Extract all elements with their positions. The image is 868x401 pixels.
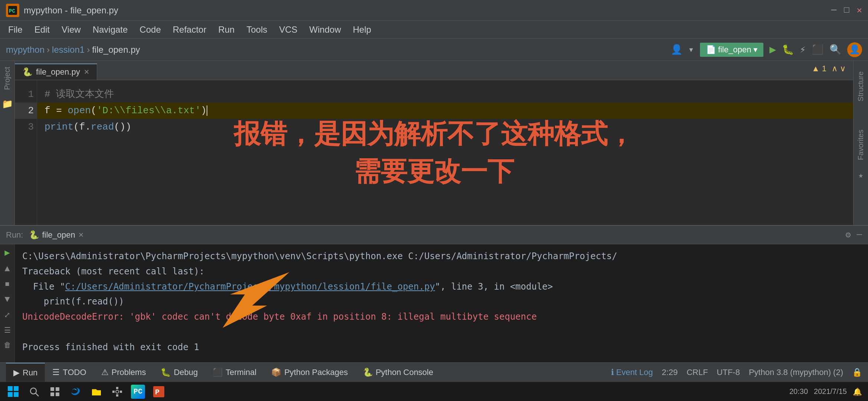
maximize-button[interactable]: □ — [844, 5, 849, 15]
scroll-down-button[interactable]: ▼ — [4, 294, 10, 304]
stop-button[interactable]: ⬛ — [812, 44, 823, 56]
status-tab-python-console[interactable]: 🐍 Python Console — [355, 363, 441, 382]
python-packages-label: Python Packages — [284, 368, 348, 377]
svg-line-8 — [36, 393, 39, 396]
settings-small-icon[interactable]: ☰ — [4, 326, 11, 335]
svg-rect-10 — [56, 387, 59, 391]
status-tab-debug[interactable]: 🐛 Debug — [153, 363, 205, 382]
edge-icon[interactable] — [68, 384, 83, 399]
project-icon[interactable]: 📁 — [2, 99, 13, 110]
restore-layout-button[interactable]: ⤢ — [4, 310, 10, 320]
avatar[interactable]: 👤 — [847, 42, 862, 57]
notification-icon[interactable]: 🔔 — [853, 387, 862, 396]
svg-rect-4 — [14, 386, 19, 391]
svg-text:P: P — [155, 388, 160, 397]
menu-view[interactable]: View — [56, 23, 86, 36]
menu-run[interactable]: Run — [213, 23, 240, 36]
breadcrumb-file[interactable]: file_open.py — [92, 45, 140, 55]
encoding: UTF-8 — [717, 368, 740, 377]
status-tab-run[interactable]: ▶ Run — [6, 363, 45, 382]
run-settings-icon[interactable]: ⚙ — [845, 229, 851, 240]
windows-start-button[interactable] — [6, 384, 21, 399]
run-config-button[interactable]: 📄 file_open ▾ — [700, 43, 763, 57]
menu-vcs[interactable]: VCS — [274, 23, 303, 36]
event-log-label[interactable]: ℹ Event Log — [611, 368, 653, 377]
eq-sign: = — [50, 102, 68, 119]
breadcrumb-sep1: › — [47, 45, 50, 55]
menu-tools[interactable]: Tools — [241, 23, 272, 36]
svg-rect-14 — [112, 391, 115, 393]
debug-button[interactable]: 🐛 — [782, 44, 794, 56]
todo-icon: ☰ — [52, 368, 60, 377]
code-line-2: f = open ( 'D:\\files\\a.txt' ) — [37, 102, 853, 119]
tab-file-open[interactable]: 🐍 file_open.py ✕ — [15, 63, 97, 80]
explorer-icon[interactable] — [89, 384, 104, 399]
svg-rect-9 — [50, 387, 54, 391]
run-minimize-icon[interactable]: ─ — [857, 230, 862, 240]
paren-open2: ( — [73, 119, 79, 135]
titlebar-controls[interactable]: ─ □ ✕ — [831, 5, 862, 16]
right-structure-panel[interactable]: Structure Favorites ★ — [853, 61, 868, 225]
stop-run-button[interactable]: ■ — [5, 280, 9, 288]
status-tab-problems[interactable]: ⚠ Problems — [94, 363, 154, 382]
titlebar-left: PC mypython - file_open.py — [6, 4, 118, 17]
func-print: print — [45, 119, 73, 135]
code-editor[interactable]: # 读取文本文件 f = open ( 'D:\\files\\a.txt' )… — [37, 80, 853, 225]
run-tab[interactable]: 🐍 file_open ✕ — [29, 230, 83, 240]
svg-rect-12 — [56, 392, 59, 396]
search-taskbar-icon[interactable] — [27, 384, 42, 399]
paren-open3: () — [114, 119, 125, 135]
breadcrumb: mypython › lession1 › file_open.py — [6, 45, 140, 55]
minimize-button[interactable]: ─ — [831, 5, 836, 15]
menu-refactor[interactable]: Refactor — [168, 23, 212, 36]
problems-icon: ⚠ — [101, 368, 109, 377]
interpreter[interactable]: Python 3.8 (mypython) (2) — [749, 368, 843, 377]
menu-help[interactable]: Help — [348, 23, 376, 36]
menu-code[interactable]: Code — [134, 23, 166, 36]
close-button[interactable]: ✕ — [857, 5, 862, 16]
pycharm-logo: PC — [131, 385, 145, 399]
traceback-link[interactable]: C:/Users/Administrator/PycharmProjects/m… — [65, 281, 435, 292]
run-button[interactable]: ▶ — [769, 43, 776, 56]
svg-rect-3 — [8, 386, 13, 391]
run-config-label: file_open ▾ — [718, 45, 757, 55]
func-read: read — [91, 119, 114, 135]
statusbar-right: ℹ Event Log 2:29 CRLF UTF-8 Python 3.8 (… — [611, 368, 862, 377]
breadcrumb-folder[interactable]: lession1 — [52, 45, 85, 55]
os-time: 20:30 — [789, 387, 808, 396]
settings-taskbar-icon[interactable] — [110, 384, 125, 399]
taskview-icon[interactable] — [47, 384, 62, 399]
run-panel: Run: 🐍 file_open ✕ ⚙ ─ ▶ ▲ ■ ▼ ⤢ ☰ 🗑 — [0, 225, 868, 362]
comment-text: # 读取文本文件 — [45, 86, 114, 102]
project-panel-strip[interactable]: Project 📁 — [0, 61, 15, 225]
pycharm-taskbar-icon[interactable]: PC — [131, 384, 145, 399]
menu-window[interactable]: Window — [304, 23, 346, 36]
status-tab-python-packages[interactable]: 📦 Python Packages — [264, 363, 355, 382]
search-icon[interactable]: 🔍 — [829, 44, 841, 56]
editor-area: 🐍 file_open.py ✕ ▲ 1 ∧ ∨ 1 2 3 — [15, 61, 853, 225]
structure-label: Structure — [857, 68, 865, 104]
warning-nav-down[interactable]: ∨ — [840, 64, 846, 74]
status-tab-terminal[interactable]: ⬛ Terminal — [205, 363, 264, 382]
profile-icon[interactable]: 👤 ▾ — [671, 44, 694, 56]
run-output-area[interactable]: C:\Users\Administrator\PycharmProjects\m… — [15, 244, 868, 362]
code-line-3: print ( f . read () ) — [45, 119, 846, 135]
breadcrumb-project[interactable]: mypython — [6, 45, 45, 55]
menu-edit[interactable]: Edit — [29, 23, 55, 36]
powerpoint-taskbar-icon[interactable]: P — [151, 384, 166, 399]
star-icon[interactable]: ★ — [858, 170, 863, 180]
svg-text:PC: PC — [9, 8, 15, 14]
run-output-blank — [22, 325, 861, 340]
warning-nav-up[interactable]: ∧ — [832, 64, 838, 74]
scroll-up-button[interactable]: ▲ — [4, 264, 10, 274]
menu-navigate[interactable]: Navigate — [88, 23, 133, 36]
file-icon: 📄 — [706, 45, 716, 55]
close-run-button[interactable]: 🗑 — [4, 341, 11, 350]
tab-close-icon[interactable]: ✕ — [84, 68, 89, 76]
run-tab-close-icon[interactable]: ✕ — [78, 231, 84, 239]
coverage-button[interactable]: ⚡ — [800, 44, 806, 56]
menu-file[interactable]: File — [3, 23, 28, 36]
rerun-button[interactable]: ▶ — [4, 247, 10, 258]
run-output-line-1: C:\Users\Administrator\PycharmProjects\m… — [22, 249, 861, 264]
status-tab-todo[interactable]: ☰ TODO — [45, 363, 93, 382]
